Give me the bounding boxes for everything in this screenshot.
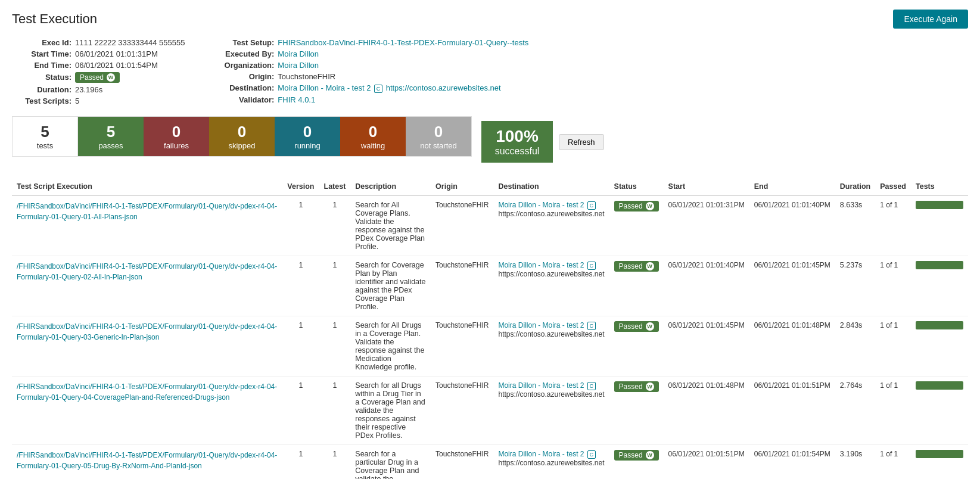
cell-end: 06/01/2021 01:01:45PM	[749, 256, 835, 316]
w-mark: W	[646, 322, 654, 331]
cell-duration: 5.237s	[835, 256, 875, 316]
origin-label: Origin:	[209, 72, 274, 81]
duration-value: 23.196s	[75, 85, 102, 94]
w-mark: W	[646, 262, 654, 270]
script-link[interactable]: /FHIRSandbox/DaVinci/FHIR4-0-1-Test/PDEX…	[17, 450, 278, 471]
cell-origin: TouchstoneFHIR	[431, 195, 493, 256]
refresh-button[interactable]: Refresh	[559, 134, 604, 150]
copy-icon[interactable]: C	[587, 450, 596, 459]
info-right: Test Setup: FHIRSandbox-DaVinci-FHIR4-0-…	[209, 38, 528, 105]
cell-end: 06/01/2021 01:01:54PM	[749, 445, 835, 480]
start-time-label: Start Time:	[12, 49, 71, 58]
script-link[interactable]: /FHIRSandbox/DaVinci/FHIR4-0-1-Test/PDEX…	[17, 261, 278, 282]
summary-waiting: 0 waiting	[340, 117, 406, 156]
test-setup-row: Test Setup: FHIRSandbox-DaVinci-FHIR4-0-…	[209, 38, 528, 47]
destination-url-link[interactable]: https://contoso.azurewebsites.net	[386, 83, 501, 92]
test-scripts-row: Test Scripts: 5	[12, 97, 185, 105]
status-value: Passed	[80, 73, 104, 82]
failures-number: 0	[172, 123, 181, 141]
cell-status: Passed W	[609, 445, 664, 480]
script-link[interactable]: /FHIRSandbox/DaVinci/FHIR4-0-1-Test/PDEX…	[17, 321, 278, 343]
dest-name-link[interactable]: Moira Dillon - Moira - test 2	[498, 201, 584, 209]
cell-script: /FHIRSandbox/DaVinci/FHIR4-0-1-Test/PDEX…	[12, 256, 282, 316]
dest-name-link[interactable]: Moira Dillon - Moira - test 2	[498, 321, 584, 329]
execute-again-button[interactable]: Execute Again	[893, 10, 968, 29]
copy-icon[interactable]: C	[587, 262, 596, 270]
progress-bar	[916, 261, 963, 269]
summary-tests: 5 tests	[13, 117, 78, 156]
status-badge: Passed W	[614, 201, 659, 211]
summary-row: 5 tests 5 passes 0 failures 0 skipped 0 …	[12, 116, 472, 157]
exec-id-row: Exec Id: 1111 22222 333333444 555555	[12, 38, 185, 47]
cell-tests	[911, 377, 968, 445]
cell-passed: 1 of 1	[875, 445, 911, 480]
cell-passed: 1 of 1	[875, 256, 911, 316]
col-header-end: End	[749, 178, 835, 195]
skipped-number: 0	[238, 123, 246, 141]
table-row: /FHIRSandbox/DaVinci/FHIR4-0-1-Test/PDEX…	[12, 445, 968, 480]
info-left: Exec Id: 1111 22222 333333444 555555 Sta…	[12, 38, 185, 105]
skipped-label: skipped	[229, 141, 256, 150]
passes-number: 5	[107, 123, 115, 141]
progress-bar	[916, 201, 963, 209]
waiting-number: 0	[369, 123, 377, 141]
test-scripts-value: 5	[75, 97, 79, 105]
validator-value[interactable]: FHIR 4.0.1	[278, 95, 315, 104]
summary-skipped: 0 skipped	[209, 117, 275, 156]
copy-icon[interactable]: C	[587, 382, 596, 390]
cell-version: 1	[282, 377, 319, 445]
cell-start: 06/01/2021 01:01:45PM	[664, 316, 749, 377]
success-box: 100% successful	[481, 121, 553, 163]
col-header-script: Test Script Execution	[12, 178, 282, 195]
cell-description: Search for all Drugs within a Drug Tier …	[350, 377, 431, 445]
test-scripts-label: Test Scripts:	[12, 97, 71, 105]
organization-value[interactable]: Moira Dillon	[278, 61, 319, 70]
cell-duration: 2.843s	[835, 316, 875, 377]
waiting-label: waiting	[361, 141, 385, 150]
cell-description: Search for Coverage Plan by Plan identif…	[350, 256, 431, 316]
cell-version: 1	[282, 316, 319, 377]
col-header-latest: Latest	[319, 178, 351, 195]
cell-tests	[911, 445, 968, 480]
destination-row: Destination: Moira Dillon - Moira - test…	[209, 83, 528, 93]
end-time-value: 06/01/2021 01:01:54PM	[75, 61, 158, 70]
not-started-label: not started	[420, 141, 456, 150]
cell-start: 06/01/2021 01:01:51PM	[664, 445, 749, 480]
cell-passed: 1 of 1	[875, 316, 911, 377]
status-row: Status: Passed W	[12, 72, 185, 83]
cell-latest: 1	[319, 256, 351, 316]
dest-name-link[interactable]: Moira Dillon - Moira - test 2	[498, 261, 584, 269]
success-percent: 100%	[496, 127, 539, 146]
dest-name-link[interactable]: Moira Dillon - Moira - test 2	[498, 450, 584, 458]
cell-tests	[911, 316, 968, 377]
script-link[interactable]: /FHIRSandbox/DaVinci/FHIR4-0-1-Test/PDEX…	[17, 201, 278, 222]
cell-latest: 1	[319, 316, 351, 377]
col-header-tests: Tests	[911, 178, 968, 195]
duration-row: Duration: 23.196s	[12, 85, 185, 94]
status-badge: Passed W	[614, 381, 659, 392]
script-link[interactable]: /FHIRSandbox/DaVinci/FHIR4-0-1-Test/PDEX…	[17, 381, 278, 403]
cell-status: Passed W	[609, 316, 664, 377]
test-setup-link[interactable]: FHIRSandbox-DaVinci-FHIR4-0-1-Test-PDEX-…	[278, 38, 528, 47]
summary-not-started: 0 not started	[406, 117, 471, 156]
cell-origin: TouchstoneFHIR	[431, 445, 493, 480]
col-header-passed: Passed	[875, 178, 911, 195]
cell-description: Search for All Drugs in a Coverage Plan.…	[350, 316, 431, 377]
copy-icon[interactable]: C	[587, 201, 596, 210]
progress-bar	[916, 450, 963, 458]
destination-name-link[interactable]: Moira Dillon - Moira - test 2	[278, 83, 371, 92]
cell-origin: TouchstoneFHIR	[431, 256, 493, 316]
cell-version: 1	[282, 445, 319, 480]
summary-failures: 0 failures	[144, 117, 209, 156]
exec-id-value: 1111 22222 333333444 555555	[75, 38, 185, 47]
destination-label: Destination:	[209, 83, 274, 92]
w-mark: W	[646, 382, 654, 391]
executed-by-value[interactable]: Moira Dillon	[278, 49, 319, 58]
executed-by-row: Executed By: Moira Dillon	[209, 49, 528, 58]
copy-icon[interactable]: C	[587, 322, 596, 330]
dest-name-link[interactable]: Moira Dillon - Moira - test 2	[498, 381, 584, 390]
summary-section: 5 tests 5 passes 0 failures 0 skipped 0 …	[12, 116, 968, 167]
cell-start: 06/01/2021 01:01:31PM	[664, 195, 749, 256]
copy-destination-icon[interactable]: C	[374, 85, 382, 93]
validator-label: Validator:	[209, 95, 274, 104]
